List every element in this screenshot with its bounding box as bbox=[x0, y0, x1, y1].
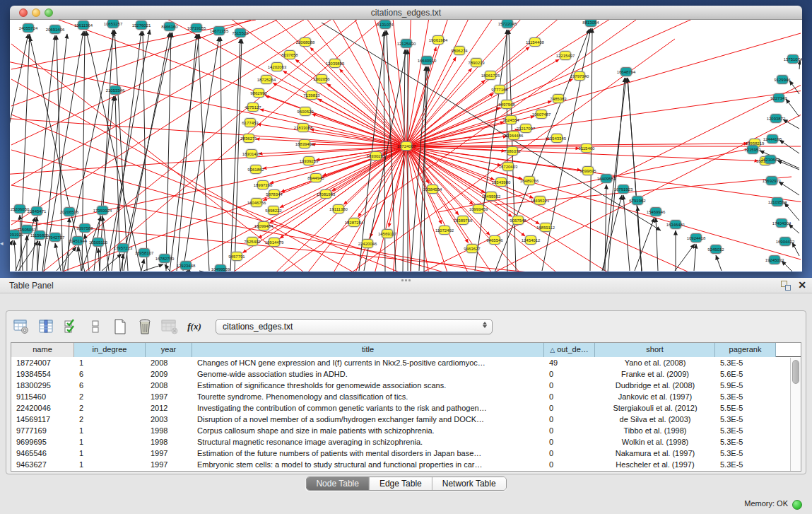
network-hub-node[interactable]: 18724007 bbox=[401, 141, 412, 151]
network-node[interactable]: 6791962 bbox=[632, 196, 643, 205]
table-cell[interactable]: Corpus callosum shape and size in male p… bbox=[192, 425, 544, 436]
table-cell[interactable]: 19384554 bbox=[11, 368, 74, 380]
network-node[interactable]: 16720403 bbox=[502, 162, 514, 171]
network-node[interactable]: 11072492 bbox=[439, 226, 450, 235]
network-node[interactable]: 14569117 bbox=[382, 229, 393, 238]
network-node[interactable]: 17359924 bbox=[97, 206, 108, 215]
table-cell[interactable]: 1 bbox=[74, 459, 146, 470]
table-cell[interactable]: 9465546 bbox=[11, 448, 74, 459]
network-node[interactable]: 16640910 bbox=[421, 56, 433, 65]
network-node[interactable]: 16409553 bbox=[601, 174, 612, 183]
table-cell[interactable]: 5.3E-5 bbox=[715, 391, 776, 402]
network-node[interactable]: 13505115 bbox=[93, 238, 104, 247]
table-cell[interactable]: 5.6E-5 bbox=[715, 368, 776, 380]
network-node[interactable]: 15722045 bbox=[502, 20, 513, 28]
column-header-pagerank[interactable]: pagerank bbox=[715, 343, 776, 357]
network-node[interactable]: 19384554 bbox=[427, 185, 438, 194]
table-cell[interactable]: 2009 bbox=[146, 368, 192, 380]
network-node[interactable]: 9465546 bbox=[489, 235, 500, 245]
network-node[interactable]: 8813054 bbox=[585, 20, 596, 27]
column-header-outde[interactable]: △out_de… bbox=[544, 343, 595, 357]
tab-edge-table[interactable]: Edge Table bbox=[370, 477, 433, 490]
table-row[interactable]: 911546021997Tourette syndrome. Phenomeno… bbox=[11, 391, 801, 402]
table-cell[interactable]: Jankovic et al. (1997) bbox=[595, 391, 715, 402]
network-node[interactable]: 12125430 bbox=[401, 39, 412, 48]
table-row[interactable]: 2242004622012Investigating the contribut… bbox=[11, 402, 801, 414]
table-cell[interactable]: 0 bbox=[544, 402, 595, 414]
network-node[interactable]: 7485083 bbox=[553, 94, 564, 103]
network-node[interactable]: 9699695 bbox=[582, 166, 594, 175]
network-node[interactable]: 16346481 bbox=[670, 220, 681, 229]
table-row[interactable]: 969969511998Structural magnetic resonanc… bbox=[11, 436, 801, 448]
table-cell[interactable]: 5.3E-5 bbox=[715, 459, 776, 470]
network-node[interactable]: 9457791 bbox=[231, 252, 242, 261]
network-node[interactable]: 22068088 bbox=[300, 37, 311, 47]
table-row[interactable]: 977716911998Corpus callosum shape and si… bbox=[11, 425, 801, 436]
network-node[interactable]: 12923448 bbox=[180, 261, 192, 270]
table-cell[interactable]: Structural magnetic resonance image aver… bbox=[192, 436, 544, 448]
table-select-dropdown[interactable]: citations_edges.txt bbox=[216, 319, 493, 334]
network-node[interactable]: 10607487 bbox=[536, 110, 547, 119]
network-node[interactable]: 10719155 bbox=[191, 23, 202, 33]
network-node[interactable]: 10993459 bbox=[473, 204, 484, 214]
network-node[interactable]: 19389766 bbox=[457, 216, 469, 225]
network-canvas[interactable]: 2206808880376581420206318725264986299042… bbox=[10, 20, 802, 271]
network-node[interactable]: 9862990 bbox=[253, 88, 264, 98]
table-row[interactable]: 946362711997Embryonic stem cells: a mode… bbox=[11, 459, 801, 470]
table-cell[interactable]: 0 bbox=[544, 380, 595, 391]
table-cell[interactable]: 0 bbox=[544, 459, 595, 470]
memory-status-icon[interactable] bbox=[792, 500, 802, 510]
network-node[interactable]: 7515526 bbox=[235, 28, 246, 37]
table-cell[interactable]: 0 bbox=[544, 391, 595, 402]
table-cell[interactable]: 2008 bbox=[146, 357, 192, 368]
network-node[interactable]: 11505051 bbox=[21, 225, 33, 234]
network-node[interactable]: 19611364 bbox=[78, 21, 89, 30]
function-builder-button[interactable]: f(x) bbox=[185, 317, 204, 336]
scrollbar-thumb[interactable] bbox=[792, 360, 799, 384]
table-cell[interactable]: 5.3E-5 bbox=[715, 448, 776, 459]
table-cell[interactable]: Stergiakouli et al. (2012) bbox=[595, 402, 715, 414]
column-header-year[interactable]: year bbox=[146, 343, 192, 357]
network-node[interactable]: 8944945 bbox=[310, 173, 322, 182]
table-cell[interactable]: 2008 bbox=[146, 380, 192, 391]
network-node[interactable]: 6497568 bbox=[501, 100, 512, 109]
network-node[interactable]: 7139813 bbox=[306, 90, 317, 100]
network-node[interactable]: 6177453 bbox=[245, 118, 256, 127]
network-node[interactable]: 15469946 bbox=[650, 207, 661, 216]
network-node[interactable]: 7386372 bbox=[507, 146, 518, 156]
network-node[interactable]: 10653257 bbox=[107, 20, 119, 28]
table-cell[interactable]: 5.3E-5 bbox=[715, 436, 776, 448]
network-node[interactable]: 25206050 bbox=[14, 204, 25, 214]
network-node[interactable]: 11543345 bbox=[551, 134, 563, 143]
table-cell[interactable]: 1998 bbox=[146, 436, 192, 448]
table-cell[interactable]: 5.9E-5 bbox=[715, 380, 776, 391]
network-node[interactable]: 16859112 bbox=[540, 223, 551, 232]
table-settings-button[interactable] bbox=[12, 317, 30, 336]
network-node[interactable]: 8466160 bbox=[164, 22, 175, 31]
network-node[interactable]: 15543980 bbox=[495, 177, 507, 187]
tab-node-table[interactable]: Node Table bbox=[306, 477, 370, 490]
table-cell[interactable]: 0 bbox=[544, 448, 595, 459]
network-node[interactable]: 14202063 bbox=[271, 62, 283, 71]
table-scrollbar[interactable] bbox=[790, 358, 801, 471]
table-cell[interactable]: de Silva et al. (2003) bbox=[595, 414, 715, 425]
table-cell[interactable]: 2 bbox=[74, 391, 146, 402]
table-cell[interactable]: Dudbridge et al. (2008) bbox=[595, 380, 715, 391]
table-cell[interactable]: 1998 bbox=[146, 425, 192, 436]
network-node[interactable]: 18301437 bbox=[246, 149, 257, 158]
table-cell[interactable]: Tibbo et al. (1998) bbox=[595, 425, 715, 436]
network-node[interactable]: 15276021 bbox=[136, 21, 147, 30]
network-node[interactable]: 12093872 bbox=[770, 114, 782, 123]
network-node[interactable]: 9115460 bbox=[581, 144, 592, 153]
table-cell[interactable]: Estimation of significance thresholds fo… bbox=[192, 380, 544, 391]
table-cell[interactable]: 2 bbox=[74, 402, 146, 414]
network-node[interactable]: 16210643 bbox=[765, 155, 776, 164]
table-cell[interactable]: Hescheler et al. (1997) bbox=[595, 459, 715, 470]
table-cell[interactable]: 1 bbox=[74, 436, 146, 448]
network-node[interactable]: 17942757 bbox=[49, 233, 61, 242]
network-node[interactable]: 16782759 bbox=[159, 254, 170, 263]
table-cell[interactable]: 0 bbox=[544, 414, 595, 425]
column-header-name[interactable]: name bbox=[11, 343, 74, 357]
network-node[interactable]: 18300295 bbox=[370, 151, 382, 160]
table-row[interactable]: 1938455462009Genome-wide association stu… bbox=[11, 368, 801, 380]
